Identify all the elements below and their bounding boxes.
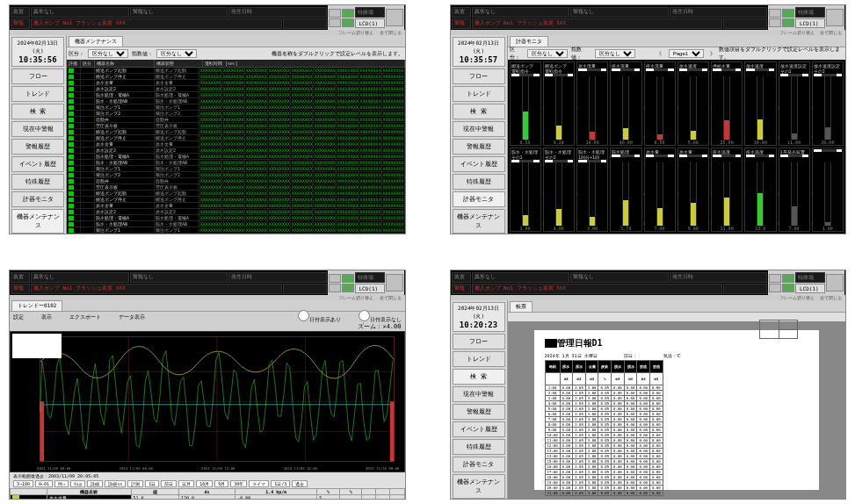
gauge[interactable]: 100500 1.00 <box>812 148 844 232</box>
filter-index[interactable]: 区分なし <box>595 49 635 58</box>
gauge[interactable]: 搬送ポンプ 運転指令 100500 0.50 <box>510 61 541 146</box>
speaker-icon[interactable] <box>329 274 341 283</box>
mon-row[interactable]: 原水全量 <box>67 203 155 209</box>
expand-button[interactable] <box>826 274 844 292</box>
play2-icon[interactable] <box>342 18 354 27</box>
gauge[interactable]: 原水流量 100500 10.00 <box>576 61 608 146</box>
gauge[interactable]: 排水温度 100500 11.00 <box>711 148 743 232</box>
mon-row[interactable]: 搬送ポンプ起動 <box>67 129 155 135</box>
mon-row[interactable]: 搬送ポンプ停止 <box>67 135 155 141</box>
period-button[interactable]: 0←01 <box>35 480 53 487</box>
period-button[interactable]: 詳細ss <box>105 480 126 487</box>
mute-button[interactable] <box>329 284 341 292</box>
trend-tab-config[interactable]: 設定 <box>13 313 24 321</box>
nav-trend[interactable]: トレンド <box>11 86 64 102</box>
nav-meter-monitor[interactable]: 計器モニタ <box>453 191 505 207</box>
gauge[interactable]: 放水速度設定 その1 100500 11.00 <box>779 61 810 146</box>
gauge[interactable]: 放水速度 100500 30.00 <box>744 61 776 146</box>
gauge[interactable]: 搬送ポンプ 運転指令 100500 0.24 <box>543 61 575 146</box>
gauge[interactable]: 排水温度 100500 13.0 <box>744 148 776 232</box>
nav-search[interactable]: 検 索 <box>453 104 505 119</box>
period-button[interactable]: 1日/3 <box>271 480 290 487</box>
nav-special-history[interactable]: 特殊履歴 <box>453 439 505 455</box>
mute-button[interactable] <box>769 284 781 292</box>
play2-icon[interactable] <box>782 18 794 27</box>
nav-flow[interactable]: フロー <box>11 68 64 84</box>
mon-row[interactable]: 薬注ポンプ1 <box>67 227 155 234</box>
play-icon[interactable] <box>342 9 354 18</box>
period-button[interactable]: 詳細 <box>87 480 103 487</box>
play-icon[interactable] <box>782 9 794 18</box>
mon-row[interactable]: 原水設定2 <box>67 86 155 92</box>
mon-row[interactable]: 搬送ポンプ停止 <box>67 74 155 80</box>
mon-row[interactable]: 自動弁 <box>67 117 155 123</box>
gauge[interactable]: 脱水・水処理 その2 100500 4.00 <box>543 148 575 232</box>
mon-row[interactable]: 薬注ポンプ2 <box>67 172 155 178</box>
nav-event-history[interactable]: イベント履歴 <box>11 156 64 172</box>
nav-special-history[interactable]: 特殊履歴 <box>11 174 64 190</box>
period-button[interactable]: 3→180 <box>13 480 33 487</box>
gauge[interactable]: 原水速度 100500 5.00 <box>677 61 709 146</box>
period-button[interactable]: 9月 <box>214 480 228 487</box>
trend-tab-display[interactable]: 表示 <box>41 313 52 321</box>
nav-flow[interactable]: フロー <box>453 68 505 84</box>
nav-current-alarm[interactable]: 現在中警報 <box>453 121 505 137</box>
nav-current-alarm[interactable]: 現在中警報 <box>11 121 64 137</box>
expand-button[interactable] <box>386 9 403 26</box>
mon-row[interactable]: 脱水処理・電極A <box>67 92 155 98</box>
nav-maintenance[interactable]: 機器メンテナンス <box>453 209 505 234</box>
period-button[interactable]: hip <box>70 480 85 487</box>
mon-row[interactable]: 脱水処理・電極A <box>67 215 155 221</box>
mon-row[interactable]: 脱水・水処理AB <box>67 160 155 166</box>
nav-maintenance[interactable]: 機器メンテナンス <box>453 474 505 499</box>
period-button[interactable]: 30年 <box>230 480 247 487</box>
nav-event-history[interactable]: イベント履歴 <box>453 421 505 437</box>
speaker-icon[interactable] <box>769 9 781 18</box>
nav-current-alarm[interactable]: 現在中警報 <box>453 386 505 402</box>
expand-button[interactable] <box>386 274 403 292</box>
nav-maintenance[interactable]: 機器メンテナンス <box>11 209 64 234</box>
period-button[interactable]: 10月 <box>196 480 213 487</box>
mon-row[interactable]: 自動弁 <box>67 178 155 184</box>
nav-event-history[interactable]: イベント履歴 <box>453 156 505 172</box>
gauge[interactable]: 排水流量 100500 0.50 <box>644 61 676 146</box>
period-button[interactable]: 過去 <box>292 480 308 487</box>
period-button[interactable]: 計測 <box>127 480 143 487</box>
mute-button[interactable] <box>769 18 781 27</box>
tab-trend[interactable]: トレンドー0102 <box>11 300 62 311</box>
trend-tab-datadisplay[interactable]: データ表示 <box>119 313 145 321</box>
mon-row[interactable]: 原水設定2 <box>67 209 155 215</box>
mon-row[interactable]: 薬注ポンプ1 <box>67 166 155 172</box>
filter-index[interactable]: 区分なし <box>156 49 197 58</box>
mon-row[interactable]: 原水設定2 <box>67 148 155 154</box>
nav-trend[interactable]: トレンド <box>453 351 505 367</box>
period-button[interactable]: 同→ <box>54 480 69 487</box>
filter-page[interactable]: Page1 <box>669 49 704 58</box>
gauge[interactable]: 供給水量 100500 25.00 <box>711 61 743 146</box>
nav-alarm-history[interactable]: 警報履歴 <box>453 139 505 155</box>
tab-maintenance[interactable]: 機器メンテナンス <box>69 36 123 47</box>
legend-row[interactable]: 原水全量51.0120.0-0.005 <box>11 494 405 499</box>
period-button[interactable]: 前日 <box>161 480 177 487</box>
mon-row[interactable]: 搬送ポンプ起動 <box>67 68 155 74</box>
tab-report[interactable]: 帳票 <box>510 301 533 312</box>
mon-row[interactable]: 原水全量 <box>67 141 155 148</box>
mon-row[interactable]: 脱水処理・電極A <box>67 154 155 160</box>
mon-row[interactable]: 薬注ポンプ1 <box>67 104 155 111</box>
nav-meter-monitor[interactable]: 計器モニタ <box>11 191 64 207</box>
nav-trend[interactable]: トレンド <box>453 86 505 102</box>
nav-meter-monitor[interactable]: 計器モニタ <box>453 457 505 472</box>
period-button[interactable]: 日月 <box>178 480 194 487</box>
trend-chart[interactable]: 2024 11/09 00:00 2024 11/09 06:00 2024 1… <box>10 331 405 472</box>
expand-button[interactable] <box>826 9 844 26</box>
mon-row[interactable]: 搬送ポンプ停止 <box>67 197 155 203</box>
nav-search[interactable]: 検 索 <box>11 104 64 119</box>
gauge[interactable]: 原水量 100500 7.00 <box>644 148 676 232</box>
date-off-radio[interactable] <box>359 310 370 321</box>
gauge[interactable]: 脱水・水処理 その1 100500 3.00 <box>510 148 541 232</box>
gauge[interactable]: 排水流量 100500 40.00 <box>610 61 641 146</box>
gauge[interactable]: 脱水処理 100500 5.74 <box>610 148 641 232</box>
nav-flow[interactable]: フロー <box>453 334 505 349</box>
gauge[interactable]: 原水量 100500 9.00 <box>677 148 709 232</box>
mon-row[interactable]: 搬送ポンプ起動 <box>67 191 155 197</box>
